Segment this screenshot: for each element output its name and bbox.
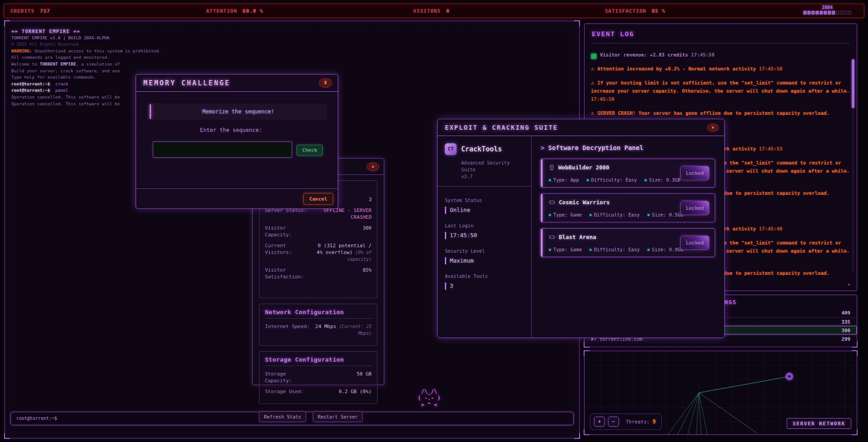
meter-cell xyxy=(824,11,827,14)
cracktools-tagline: Advanced Security Suite v3.7 xyxy=(461,160,524,180)
stat-extra: (0% of capacity) xyxy=(347,250,372,262)
bullet-dot-icon: ● xyxy=(590,248,592,252)
log-timestamp: 17:45:58 xyxy=(759,66,783,72)
status-value: 60.0 % xyxy=(243,8,264,14)
stat-row: Server Status:OFFLINE - SERVER CRASHED xyxy=(265,207,372,221)
software-card[interactable]: Cosmic Warriors●Type: Game●Difficulty: E… xyxy=(541,193,715,222)
close-icon[interactable]: X xyxy=(319,78,332,88)
event-log-scrollbar[interactable] xyxy=(852,58,854,273)
meta-item: ●Difficulty: Easy xyxy=(590,212,640,217)
sequence-display: Memorize the sequence! xyxy=(150,103,327,120)
meter-cell xyxy=(848,11,851,14)
bullet-dot-icon: ● xyxy=(647,213,650,217)
restart-server-button[interactable]: Restart Server xyxy=(313,411,363,422)
stat-row: Visitor Capacity:300 xyxy=(265,225,372,238)
log-timestamp: 17:45:58 xyxy=(591,96,614,102)
bullet-dot-icon: ● xyxy=(647,248,650,252)
scrollbar-thumb[interactable] xyxy=(852,59,854,108)
status-value: 757 xyxy=(40,8,50,14)
cancel-button[interactable]: Cancel xyxy=(303,193,333,205)
stat-label: Visitor Capacity: xyxy=(265,225,314,238)
memory-modal-title: MEMORY CHALLENGE xyxy=(143,79,231,87)
refresh-stats-button[interactable]: Refresh Stats xyxy=(259,411,306,422)
info-label: Last Login xyxy=(445,223,524,228)
threats-value: 9 xyxy=(653,418,656,425)
meter-cell xyxy=(816,11,819,14)
network-config-title: Network Configuration xyxy=(265,309,372,319)
torrent-empire-app: CREDITS757ATTENTION60.0 %VISITORS0SATISF… xyxy=(0,0,868,442)
terminal-line: Welcome to TORRENT EMPIRE, a simulation … xyxy=(11,61,572,68)
software-name: Cosmic Warriors xyxy=(559,199,610,206)
locked-button[interactable]: Locked xyxy=(680,166,709,180)
stat-label: Storage Used: xyxy=(265,388,304,395)
meter-cell xyxy=(836,11,839,14)
software-card[interactable]: WebBuilder 2000●Type: App●Difficulty: Ea… xyxy=(541,159,715,188)
software-card[interactable]: Blast Arena●Type: Game●Difficulty: Easy●… xyxy=(541,228,715,257)
locked-button[interactable]: Locked xyxy=(680,201,709,215)
stat-label: Current Visitors: xyxy=(265,242,314,263)
status-label: VISITORS xyxy=(413,8,441,14)
stat-label: Storage Capacity: xyxy=(265,371,314,384)
info-label: System Status xyxy=(445,197,524,203)
log-text: Attention increased by +0.2% - Normal ne… xyxy=(597,66,759,72)
meter-cell xyxy=(803,11,807,14)
stat-row: Visitor Satisfaction:85% xyxy=(265,267,372,280)
meta-item: ●Type: Game xyxy=(549,247,582,252)
meta-item: ●Type: Game xyxy=(549,212,582,217)
status-satisfaction: SATISFACTION85 % xyxy=(605,8,665,14)
scroll-down-icon[interactable]: ▾ xyxy=(848,282,850,287)
top-status-bar: CREDITS757ATTENTION60.0 %VISITORS0SATISF… xyxy=(4,4,864,18)
meter-cell xyxy=(820,11,823,14)
rank-value: 299 xyxy=(841,336,850,342)
info-value: Maximum xyxy=(445,257,524,264)
status-attention: ATTENTION60.0 % xyxy=(206,8,263,14)
sidebar-info-group: Security LevelMaximum xyxy=(445,248,524,264)
close-icon[interactable]: × xyxy=(367,162,379,171)
sidebar-info-group: System StatusOnline xyxy=(445,197,524,214)
gamepad-icon xyxy=(549,234,555,240)
zoom-out-button[interactable]: − xyxy=(608,417,619,427)
terminal-prompt: root@torrent:~$ xyxy=(16,416,57,421)
warning-triangle-icon: ⚠ xyxy=(591,110,594,116)
stat-value: OFFLINE - SERVER CRASHED xyxy=(312,207,372,221)
stat-value: 50 GB xyxy=(357,371,372,384)
check-button[interactable]: Check xyxy=(297,145,323,156)
sequence-input[interactable] xyxy=(153,141,292,158)
app-icon xyxy=(549,165,555,170)
stat-value: 3 xyxy=(368,196,372,203)
event-log-title: EVENT LOG xyxy=(592,30,849,38)
sidebar-info-group: Last Login17:45:50 xyxy=(445,223,524,239)
cracktools-name: CrackTools xyxy=(461,145,502,153)
cracktools-brand: CT CrackTools xyxy=(445,143,524,155)
decryption-panel-title: >Software Decryption Panel xyxy=(541,144,715,151)
stat-value: 0 (312 potential / 4% overflow) (0% of c… xyxy=(314,242,372,263)
status-value: 0 xyxy=(446,8,450,14)
bullet-dot-icon: ● xyxy=(645,178,647,182)
stat-label: Visitor Satisfaction: xyxy=(265,267,314,280)
bullet-dot-icon: ● xyxy=(549,213,551,217)
meter-cell xyxy=(844,11,847,14)
zoom-in-button[interactable]: + xyxy=(594,417,605,427)
log-entry: ⚠Attention increased by +0.2% - Normal n… xyxy=(591,65,853,73)
warning-triangle-icon: ⚠ xyxy=(591,66,594,72)
network-config-section: Network Configuration Internet Speed:24 … xyxy=(259,304,377,346)
exploit-cracking-modal: EXPLOIT & CRACKING SUITE × CT CrackTools… xyxy=(437,119,725,338)
stat-row: Current Visitors:0 (312 potential / 4% o… xyxy=(265,242,372,263)
status-label: CREDITS xyxy=(10,8,34,14)
terminal-line: == TORRENT EMPIRE == xyxy=(11,28,572,35)
terminal-line: TORRENT EMPIRE v1.0 | BUILD 20XX-ALPHA xyxy=(11,35,572,42)
sequence-prompt: Enter the sequence: xyxy=(136,127,326,133)
log-text: SERVER CRASH! Your server has gone offli… xyxy=(597,110,830,116)
close-icon[interactable]: × xyxy=(707,123,719,132)
software-name: WebBuilder 2000 xyxy=(558,164,609,171)
stat-row: Storage Capacity:50 GB xyxy=(265,371,372,384)
memory-challenge-modal: MEMORY CHALLENGE X Memorize the sequence… xyxy=(136,74,338,209)
log-text: If your hosting limit is not sufficient,… xyxy=(591,80,849,94)
storage-config-title: Storage Configuration xyxy=(265,356,372,366)
meta-item: ●Type: App xyxy=(549,177,579,183)
bullet-dot-icon: ● xyxy=(549,178,551,182)
cracktools-logo-icon: CT xyxy=(445,143,457,155)
terminal-line: © 2025 All Rights Reserved xyxy=(11,42,572,48)
locked-button[interactable]: Locked xyxy=(680,235,709,250)
meta-item: ●Size: 0.9GB xyxy=(647,247,683,252)
